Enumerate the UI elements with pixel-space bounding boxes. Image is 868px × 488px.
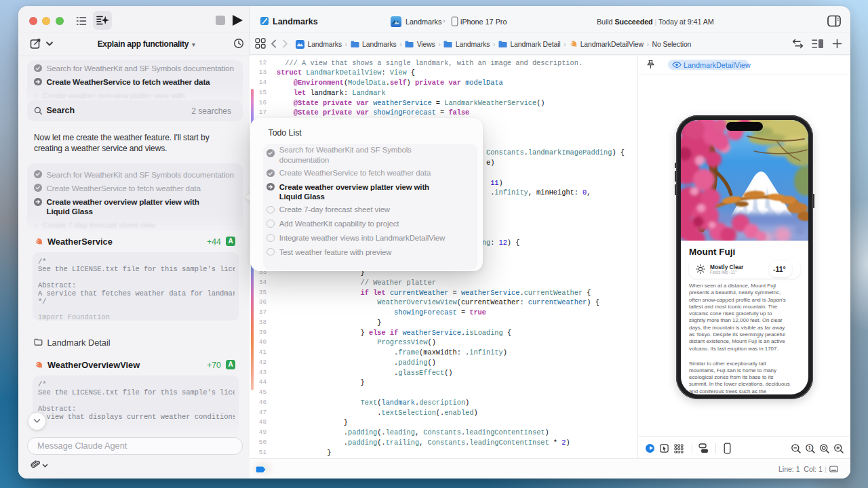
svg-text:1: 1 (808, 445, 811, 450)
